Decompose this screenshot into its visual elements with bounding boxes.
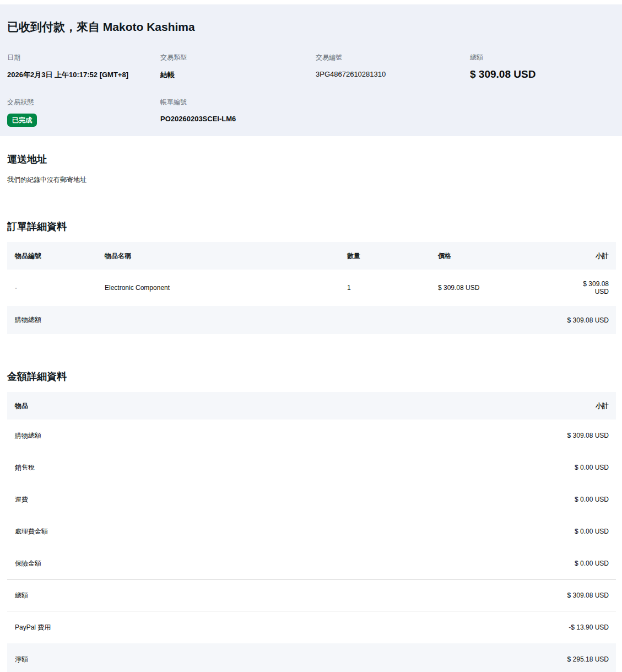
order-table-header-row: 物品編號 物品名稱 數量 價格 小計 (7, 242, 616, 270)
field-invoice-number-label: 帳單編號 (160, 98, 316, 107)
field-transaction-id-value: 3PG48672610281310 (316, 70, 470, 78)
amount-row-sales-tax: 銷售稅 $ 0.00 USD (7, 451, 616, 483)
amount-row-purchase-total: 購物總額 $ 309.08 USD (7, 420, 616, 451)
amount-details-section: 金額詳細資料 物品 小計 購物總額 $ 309.08 USD 銷售稅 $ 0.0… (0, 370, 622, 672)
field-transaction-type: 交易類型 結帳 (160, 53, 316, 80)
shipping-address-heading: 運送地址 (7, 153, 615, 166)
amount-details-heading: 金額詳細資料 (7, 370, 615, 383)
cell-quantity: 1 (347, 284, 438, 292)
amount-row-total: 總額 $ 309.08 USD (7, 579, 616, 611)
amount-row-value: $ 295.18 USD (567, 655, 609, 663)
amount-row-label: 總額 (15, 591, 28, 600)
amount-row-value: $ 0.00 USD (575, 528, 609, 535)
amount-row-label: 運費 (15, 495, 28, 504)
col-amount-subtotal: 小計 (596, 401, 609, 411)
field-transaction-id: 交易編號 3PG48672610281310 (316, 53, 470, 80)
order-table-row: - Electronic Component 1 $ 309.08 USD $ … (7, 270, 616, 306)
field-transaction-id-label: 交易編號 (316, 53, 470, 62)
page-title: 已收到付款，來自 Makoto Kashima (7, 19, 615, 35)
amount-row-insurance: 保險金額 $ 0.00 USD (7, 547, 616, 579)
amount-row-paypal-fee: PayPal 費用 -$ 13.90 USD (7, 611, 616, 643)
shipping-address-section: 運送地址 我們的紀錄中沒有郵寄地址 (0, 153, 622, 185)
order-details-table: 物品編號 物品名稱 數量 價格 小計 - Electronic Componen… (7, 242, 616, 334)
col-subtotal: 小計 (570, 251, 609, 261)
field-transaction-status: 交易狀態 已完成 (7, 98, 160, 127)
field-date: 日期 2026年2月3日 上午10:17:52 [GMT+8] (7, 53, 160, 80)
amount-row-shipping-fee: 運費 $ 0.00 USD (7, 483, 616, 515)
field-total-amount: 總額 $ 309.08 USD (470, 53, 615, 80)
amount-row-value: $ 309.08 USD (567, 592, 609, 599)
amount-row-value: $ 0.00 USD (575, 464, 609, 471)
amount-row-label: 淨額 (15, 655, 28, 664)
order-details-section: 訂單詳細資料 物品編號 物品名稱 數量 價格 小計 - Electronic C… (0, 220, 622, 334)
field-transaction-type-value: 結帳 (160, 70, 316, 80)
amount-row-value: $ 0.00 USD (575, 560, 609, 567)
field-transaction-type-label: 交易類型 (160, 53, 316, 62)
amount-row-label: PayPal 費用 (15, 623, 51, 632)
col-item-number: 物品編號 (15, 251, 105, 261)
amount-row-handling-fee: 處理費金額 $ 0.00 USD (7, 515, 616, 547)
amount-row-label: 銷售稅 (15, 463, 35, 472)
field-date-label: 日期 (7, 53, 160, 62)
field-total-amount-value: $ 309.08 USD (470, 68, 615, 80)
cell-item-number: - (15, 284, 105, 292)
amount-row-value: $ 0.00 USD (575, 496, 609, 503)
order-table-footer-row: 購物總額 $ 309.08 USD (7, 306, 616, 334)
amount-row-label: 購物總額 (15, 431, 41, 440)
amount-row-value: -$ 13.90 USD (569, 623, 609, 631)
amount-table-header-row: 物品 小計 (7, 392, 616, 420)
transaction-summary-band: 已收到付款，來自 Makoto Kashima 日期 2026年2月3日 上午1… (0, 4, 622, 136)
cell-subtotal: $ 309.08 USD (570, 280, 609, 295)
amount-row-net: 淨額 $ 295.18 USD (7, 643, 616, 672)
field-date-value: 2026年2月3日 上午10:17:52 [GMT+8] (7, 70, 160, 80)
status-badge: 已完成 (7, 114, 37, 127)
col-item-name: 物品名稱 (105, 251, 347, 261)
purchase-total-label: 購物總額 (15, 315, 41, 325)
amount-row-label: 處理費金額 (15, 527, 48, 536)
shipping-address-note: 我們的紀錄中沒有郵寄地址 (7, 175, 615, 185)
cell-item-name: Electronic Component (105, 284, 347, 292)
amount-row-value: $ 309.08 USD (567, 432, 609, 439)
purchase-total-value: $ 309.08 USD (567, 316, 609, 324)
summary-fields-row-1: 日期 2026年2月3日 上午10:17:52 [GMT+8] 交易類型 結帳 … (7, 53, 615, 80)
amount-details-table: 物品 小計 購物總額 $ 309.08 USD 銷售稅 $ 0.00 USD 運… (7, 392, 616, 672)
amount-row-label: 保險金額 (15, 559, 41, 568)
col-item: 物品 (15, 401, 28, 411)
col-price: 價格 (438, 251, 570, 261)
field-transaction-status-label: 交易狀態 (7, 98, 160, 107)
field-invoice-number-value: PO20260203SCEI-LM6 (160, 115, 316, 123)
col-quantity: 數量 (347, 251, 438, 261)
summary-fields-row-2: 交易狀態 已完成 帳單編號 PO20260203SCEI-LM6 (7, 98, 615, 127)
field-total-amount-label: 總額 (470, 53, 615, 62)
order-details-heading: 訂單詳細資料 (7, 220, 615, 233)
field-invoice-number: 帳單編號 PO20260203SCEI-LM6 (160, 98, 316, 127)
transaction-detail-main: 運送地址 我們的紀錄中沒有郵寄地址 訂單詳細資料 物品編號 物品名稱 數量 價格… (0, 153, 622, 672)
cell-price: $ 309.08 USD (438, 284, 570, 292)
